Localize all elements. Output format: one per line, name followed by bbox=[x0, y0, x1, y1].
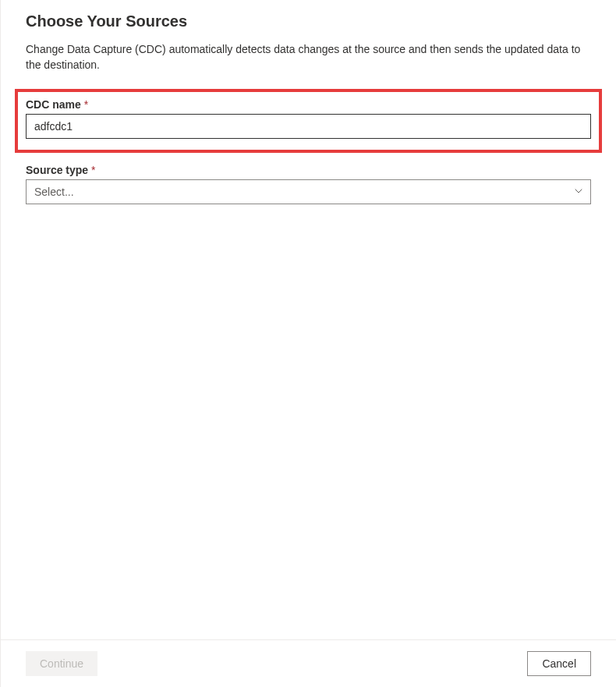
cdc-name-label: CDC name * bbox=[26, 98, 591, 111]
source-type-select-wrap: Select... bbox=[26, 179, 591, 204]
sources-panel: Choose Your Sources Change Data Capture … bbox=[0, 0, 616, 639]
cdc-name-field-group: CDC name * bbox=[15, 89, 602, 153]
source-type-label: Source type * bbox=[26, 164, 591, 176]
source-type-select[interactable]: Select... bbox=[26, 179, 591, 204]
continue-button[interactable]: Continue bbox=[26, 651, 97, 676]
page-description: Change Data Capture (CDC) automatically … bbox=[26, 41, 591, 73]
source-type-field-group: Source type * Select... bbox=[26, 164, 591, 204]
required-marker: * bbox=[91, 164, 95, 176]
source-type-label-text: Source type bbox=[26, 164, 88, 176]
required-marker: * bbox=[84, 98, 88, 111]
cdc-name-label-text: CDC name bbox=[26, 98, 81, 111]
footer-bar: Continue Cancel bbox=[0, 639, 616, 687]
cancel-button[interactable]: Cancel bbox=[527, 651, 591, 676]
cdc-name-input[interactable] bbox=[26, 114, 591, 139]
page-title: Choose Your Sources bbox=[26, 12, 591, 30]
